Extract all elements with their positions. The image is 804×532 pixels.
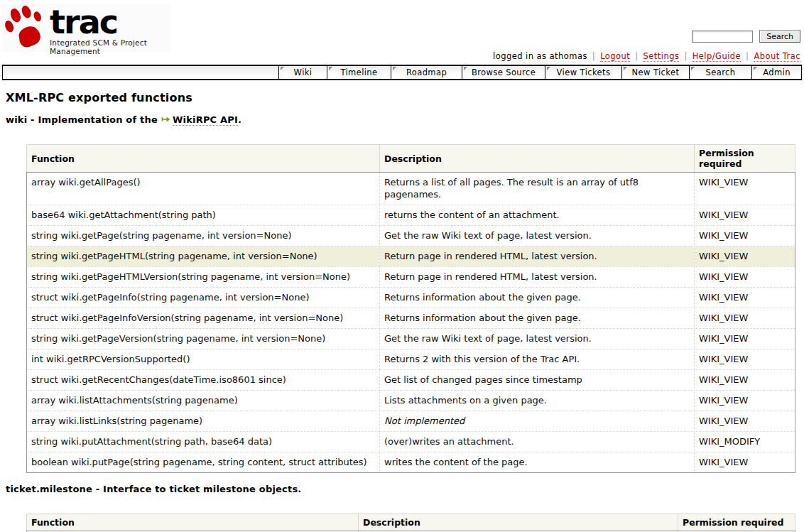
column-header-permission: Permission required xyxy=(695,145,795,173)
table-row: array wiki.listLinks(string pagename)Not… xyxy=(27,411,795,432)
ticket-milestone-functions-table: Function Description Permission required… xyxy=(26,514,795,532)
permission-cell: WIKI_VIEW xyxy=(695,452,795,473)
tab-roadmap[interactable]: Roadmap xyxy=(391,66,462,79)
table-row: string wiki.getPageHTMLVersion(string pa… xyxy=(27,267,795,288)
description-cell: Not implemented xyxy=(380,411,695,432)
permission-cell: WIKI_VIEW xyxy=(695,205,795,226)
meta-link-help-guide[interactable]: Help/Guide xyxy=(692,51,741,62)
table-row: struct wiki.getRecentChanges(dateTime.is… xyxy=(27,370,795,391)
function-cell: array wiki.listAttachments(string pagena… xyxy=(27,391,380,411)
meta-link-about-trac[interactable]: About Trac xyxy=(754,51,800,62)
function-cell: boolean wiki.putPage(string pagename, st… xyxy=(27,452,380,473)
search-input[interactable] xyxy=(692,31,753,43)
table-row: struct wiki.getPageInfoVersion(string pa… xyxy=(27,308,795,329)
permission-cell: WIKI_VIEW xyxy=(695,391,795,411)
description-cell: Returns 2 with this version of the Trac … xyxy=(380,349,695,370)
meta-link-logout[interactable]: Logout xyxy=(600,51,630,62)
main-content: XML-RPC exported functions wiki - Implem… xyxy=(0,91,804,532)
tab-label: Timeline xyxy=(340,67,377,77)
logged-in-status: logged in as athomas xyxy=(493,51,587,61)
brand-tagline: Integrated SCM & Project Management xyxy=(50,38,170,55)
section-heading-wiki: wiki - Implementation of theWikiRPC API. xyxy=(6,114,804,125)
column-header-description: Description xyxy=(359,514,678,531)
permission-cell: WIKI_MODIFY xyxy=(695,432,795,452)
tab-admin[interactable]: Admin xyxy=(751,66,801,79)
function-cell: struct wiki.getPageInfoVersion(string pa… xyxy=(27,308,380,329)
corner-flag-icon xyxy=(547,67,550,70)
tab-wiki[interactable]: Wiki xyxy=(278,66,327,79)
wiki-functions-table: Function Description Permission required… xyxy=(26,144,795,473)
tab-new-ticket[interactable]: New Ticket xyxy=(621,66,689,79)
description-cell: Returns information about the given page… xyxy=(380,288,695,308)
description-cell: returns the content of an attachment. xyxy=(380,205,695,226)
brand-title: trac xyxy=(50,8,170,36)
permission-cell: WIKI_VIEW xyxy=(695,267,795,288)
tab-view-tickets[interactable]: View Tickets xyxy=(545,66,621,79)
separator: | xyxy=(746,51,749,61)
description-cell: writes the content of the page. xyxy=(380,452,695,473)
tab-label: New Ticket xyxy=(632,67,680,77)
page-title: XML-RPC exported functions xyxy=(6,91,804,104)
meta-link-settings[interactable]: Settings xyxy=(643,51,680,62)
permission-cell: WIKI_VIEW xyxy=(695,329,795,349)
tab-label: Wiki xyxy=(294,67,313,77)
wikirpc-api-link[interactable]: WikiRPC API xyxy=(173,114,238,126)
permission-cell: WIKI_VIEW xyxy=(695,226,795,246)
permission-cell: WIKI_VIEW xyxy=(695,288,795,308)
section-heading-ticket-milestone: ticket.milestone - Interface to ticket m… xyxy=(6,484,804,494)
description-cell: Lists attachments on a given page. xyxy=(380,391,695,411)
permission-cell: WIKI_VIEW xyxy=(695,349,795,370)
column-header-function: Function xyxy=(27,145,380,173)
corner-flag-icon xyxy=(754,67,757,70)
corner-flag-icon xyxy=(393,67,396,70)
table-row: base64 wiki.getAttachment(string path)re… xyxy=(27,205,795,226)
tab-label: Browse Source xyxy=(472,67,536,77)
table-row: boolean wiki.putPage(string pagename, st… xyxy=(27,452,795,473)
column-header-permission: Permission required xyxy=(678,514,795,531)
description-cell: (over)writes an attachment. xyxy=(380,432,695,452)
description-cell: Get the raw Wiki text of page, latest ve… xyxy=(380,226,695,246)
permission-cell: WIKI_VIEW xyxy=(695,308,795,329)
permission-cell: WIKI_VIEW xyxy=(695,173,795,205)
table-header-row: Function Description Permission required xyxy=(27,514,795,531)
separator: | xyxy=(684,51,687,61)
function-cell: array wiki.getAllPages() xyxy=(27,173,380,205)
function-cell: string wiki.getPage(string pagename, int… xyxy=(27,226,380,246)
function-cell: int wiki.getRPCVersionSupported() xyxy=(27,349,380,370)
corner-flag-icon xyxy=(464,67,467,70)
separator: | xyxy=(635,51,638,61)
table-row: array wiki.getAllPages()Returns a list o… xyxy=(27,173,795,205)
function-cell: struct wiki.getRecentChanges(dateTime.is… xyxy=(27,370,380,391)
table-row: string wiki.getPage(string pagename, int… xyxy=(27,226,795,246)
function-cell: string wiki.getPageHTMLVersion(string pa… xyxy=(27,267,380,288)
column-header-function: Function xyxy=(27,514,359,531)
meta-nav: logged in as athomas|Logout|Settings|Hel… xyxy=(493,51,800,61)
table-row: string wiki.getPageVersion(string pagena… xyxy=(27,329,795,349)
function-cell: array wiki.listLinks(string pagename) xyxy=(27,411,380,432)
heading-suffix: . xyxy=(238,114,241,125)
tab-browse-source[interactable]: Browse Source xyxy=(462,66,545,79)
description-cell: Returns a list of all pages. The result … xyxy=(380,173,695,205)
permission-cell: WIKI_VIEW xyxy=(695,370,795,391)
top-bar: trac Integrated SCM & Project Management… xyxy=(0,0,804,65)
description-cell: Return page in rendered HTML, latest ver… xyxy=(380,267,695,288)
search-button[interactable]: Search xyxy=(759,30,800,43)
paw-icon xyxy=(1,4,48,50)
separator: | xyxy=(592,51,595,61)
function-cell: string wiki.getPageVersion(string pagena… xyxy=(27,329,380,349)
tab-label: Search xyxy=(706,67,736,77)
corner-flag-icon xyxy=(624,67,627,70)
corner-flag-icon xyxy=(329,67,332,70)
function-cell: struct wiki.getPageInfo(string pagename,… xyxy=(27,288,380,308)
description-cell: Returns information about the given page… xyxy=(380,308,695,329)
heading-text: wiki - Implementation of the xyxy=(6,114,158,125)
trac-logo[interactable]: trac Integrated SCM & Project Management xyxy=(1,4,170,52)
corner-flag-icon xyxy=(281,67,284,70)
table-row: struct wiki.getPageInfo(string pagename,… xyxy=(27,288,795,308)
permission-cell: WIKI_VIEW xyxy=(695,246,795,267)
corner-flag-icon xyxy=(691,67,695,70)
tab-timeline[interactable]: Timeline xyxy=(327,66,391,79)
function-cell: string wiki.getPageHTML(string pagename,… xyxy=(27,246,380,267)
tab-search[interactable]: Search xyxy=(689,66,751,79)
function-cell: string wiki.putAttachment(string path, b… xyxy=(27,432,380,452)
